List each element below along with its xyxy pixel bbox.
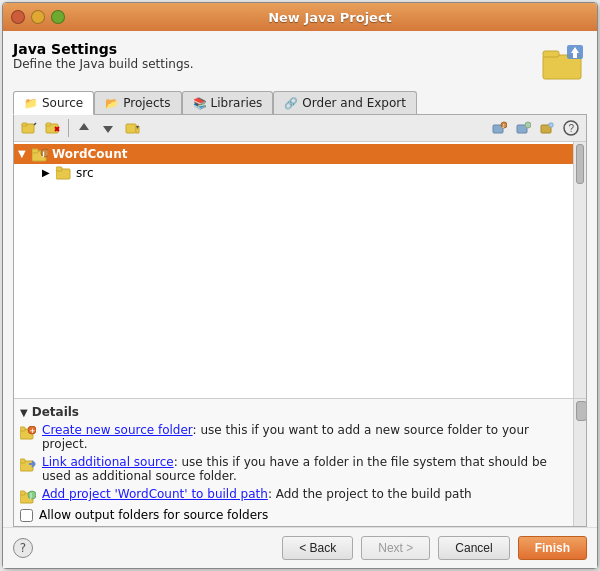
svg-rect-4 <box>573 53 577 58</box>
svg-marker-13 <box>103 126 113 133</box>
remove-button[interactable] <box>42 117 64 139</box>
help-button[interactable]: ? <box>13 538 33 558</box>
next-button[interactable]: Next > <box>361 536 430 560</box>
move-down-button[interactable] <box>97 117 119 139</box>
tree-child-label: src <box>76 166 94 180</box>
minimize-button[interactable] <box>31 10 45 24</box>
tree-scroll-thumb[interactable] <box>576 144 584 184</box>
svg-text:?: ? <box>569 123 575 134</box>
maximize-button[interactable] <box>51 10 65 24</box>
header-icon <box>539 41 587 85</box>
header: Java Settings Define the Java build sett… <box>13 41 587 85</box>
svg-line-7 <box>34 123 36 125</box>
details-text-3: Add project 'WordCount' to build path: A… <box>42 487 472 501</box>
allow-output-label: Allow output folders for source folders <box>39 508 268 522</box>
page-subtitle: Define the Java build settings. <box>13 57 194 71</box>
allow-output-checkbox[interactable] <box>20 509 33 522</box>
bottom-buttons: < Back Next > Cancel Finish <box>282 536 587 560</box>
content-area: Java Settings Define the Java build sett… <box>3 31 597 527</box>
details-content: ▼ Details + Create new source folder: us… <box>14 399 573 526</box>
svg-marker-12 <box>79 123 89 130</box>
svg-rect-9 <box>46 123 51 126</box>
add-folder-button[interactable] <box>18 117 40 139</box>
java-project-icon <box>541 43 585 83</box>
tree-area: ▼ J WordCount ▶ src <box>14 142 573 398</box>
svg-rect-23 <box>549 123 553 127</box>
close-button[interactable] <box>11 10 25 24</box>
tab-projects[interactable]: 📂 Projects <box>94 91 181 114</box>
bottom-left: ? <box>13 538 33 558</box>
order-tab-icon: 🔗 <box>284 97 298 110</box>
details-section: ▼ Details + Create new source folder: us… <box>14 398 586 526</box>
svg-rect-27 <box>32 149 38 153</box>
allow-output-row: Allow output folders for source folders <box>20 508 567 522</box>
tab-libraries[interactable]: 📚 Libraries <box>182 91 274 114</box>
svg-rect-37 <box>20 459 25 463</box>
details-arrow: ▼ <box>20 407 28 418</box>
finish-button[interactable]: Finish <box>518 536 587 560</box>
details-header: ▼ Details <box>20 405 567 419</box>
tree-expand-arrow: ▼ <box>18 148 32 159</box>
tab-order-export[interactable]: 🔗 Order and Export <box>273 91 417 114</box>
tabs: 📁 Source 📂 Projects 📚 Libraries 🔗 Order … <box>13 91 587 115</box>
libraries-tab-icon: 📚 <box>193 97 207 110</box>
details-text-2: Link additional source: use this if you … <box>42 455 567 483</box>
tree-root-item[interactable]: ▼ J WordCount <box>14 144 573 164</box>
projects-tab-icon: 📂 <box>105 97 119 110</box>
svg-point-21 <box>525 122 531 128</box>
details-title: Details <box>32 405 79 419</box>
cancel-button[interactable]: Cancel <box>438 536 509 560</box>
details-icon-1: + <box>20 424 36 440</box>
back-button[interactable]: < Back <box>282 536 353 560</box>
svg-rect-33 <box>20 427 25 431</box>
svg-text:+: + <box>30 427 36 435</box>
tree-child-item[interactable]: ▶ src <box>14 164 573 183</box>
details-scrollbar[interactable] <box>573 399 586 526</box>
tree-child-icon <box>56 166 72 181</box>
link-src-button[interactable]: J <box>488 117 510 139</box>
header-text: Java Settings Define the Java build sett… <box>13 41 194 71</box>
details-icon-2 <box>20 456 36 472</box>
tree-child-arrow: ▶ <box>42 167 56 178</box>
svg-rect-31 <box>56 167 62 171</box>
tree-root-icon: J <box>32 146 48 162</box>
export-button[interactable] <box>536 117 558 139</box>
details-desc-3: : Add the project to the build path <box>268 487 472 501</box>
svg-text:J: J <box>42 150 45 158</box>
source-tab-icon: 📁 <box>24 97 38 110</box>
link-additional-source-link[interactable]: Link additional source <box>42 455 174 469</box>
config-button[interactable] <box>512 117 534 139</box>
main-window: New Java Project Java Settings Define th… <box>2 2 598 569</box>
page-title: Java Settings <box>13 41 194 57</box>
tree-root-label: WordCount <box>52 147 127 161</box>
toolbar-separator-1 <box>68 119 69 137</box>
move-up-button[interactable] <box>73 117 95 139</box>
details-row-3: J Add project 'WordCount' to build path:… <box>20 487 567 504</box>
details-row-1: + Create new source folder: use this if … <box>20 423 567 451</box>
svg-text:J: J <box>29 492 32 500</box>
help-toolbar-button[interactable]: ? <box>560 117 582 139</box>
svg-rect-42 <box>20 491 25 495</box>
window-title: New Java Project <box>71 10 589 25</box>
details-text-1: Create new source folder: use this if yo… <box>42 423 567 451</box>
details-icon-3: J <box>20 488 36 504</box>
tree-scrollbar[interactable] <box>573 142 586 398</box>
create-source-folder-link[interactable]: Create new source folder <box>42 423 193 437</box>
dropdown-button[interactable] <box>121 117 143 139</box>
bottom-bar: ? < Back Next > Cancel Finish <box>3 527 597 568</box>
main-panel: J ? ▼ J <box>13 115 587 527</box>
tree-panel: ▼ J WordCount ▶ src <box>14 142 586 398</box>
titlebar: New Java Project <box>3 3 597 31</box>
details-row-2: Link additional source: use this if you … <box>20 455 567 483</box>
tab-source[interactable]: 📁 Source <box>13 91 94 115</box>
details-scroll-thumb[interactable] <box>576 401 587 421</box>
svg-rect-14 <box>126 124 136 133</box>
svg-rect-1 <box>543 51 559 57</box>
svg-rect-6 <box>22 123 27 126</box>
add-to-build-path-link[interactable]: Add project 'WordCount' to build path <box>42 487 268 501</box>
toolbar: J ? <box>14 115 586 142</box>
